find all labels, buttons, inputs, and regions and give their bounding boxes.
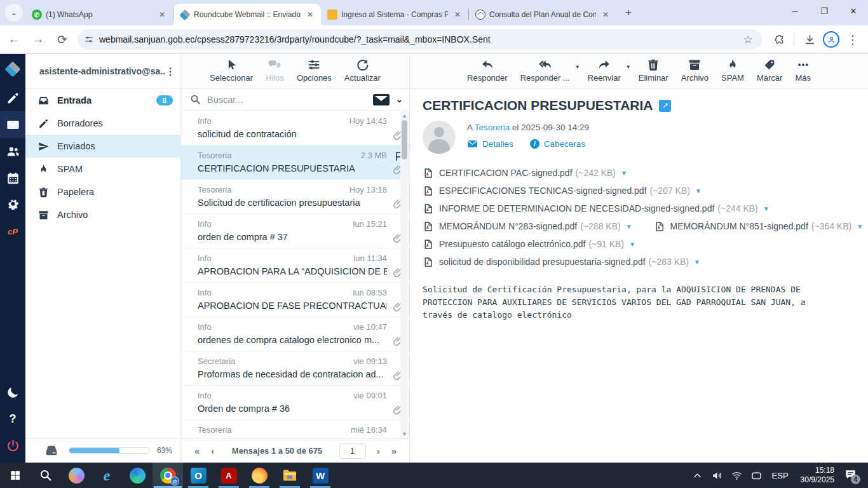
downloads-icon[interactable] — [799, 29, 820, 50]
scrollbar-thumb[interactable] — [402, 120, 407, 159]
archive-button[interactable]: Archivo — [675, 54, 715, 83]
language-indicator[interactable]: ESP — [766, 471, 794, 480]
calendar-icon[interactable] — [0, 165, 25, 191]
clock[interactable]: 15:18 30/9/2025 — [794, 466, 841, 485]
attachment-caret-icon[interactable]: ▼ — [695, 187, 702, 194]
search-input[interactable] — [207, 95, 373, 105]
scroll-down-icon[interactable]: ▼ — [402, 431, 407, 437]
message-row[interactable]: TesoreriaHoy 13:18 Solicitud de certific… — [181, 180, 410, 214]
taskbar-search-icon[interactable] — [31, 463, 61, 488]
extensions-icon[interactable] — [770, 29, 790, 50]
back-icon[interactable]: ← — [4, 29, 24, 50]
cpanel-icon[interactable]: cP — [0, 218, 25, 245]
recipient-link[interactable]: Tesoreria — [475, 123, 510, 132]
attachment-caret-icon[interactable]: ▼ — [626, 223, 632, 230]
help-icon[interactable]: ? — [0, 405, 25, 432]
profile-icon[interactable] — [821, 29, 841, 50]
message-row[interactable]: Secretariavie 09:13 Proformas de necesid… — [181, 351, 410, 386]
outlook-icon[interactable]: O — [183, 463, 214, 488]
attachment-item[interactable]: Presupuesto catálogo electrónico.pdf (~9… — [423, 235, 635, 253]
minimize-button[interactable]: ─ — [780, 0, 810, 22]
scroll-up-icon[interactable]: ▲ — [402, 112, 407, 119]
reply-all-caret-icon[interactable]: ▼ — [575, 64, 580, 70]
sidebar-item-archivo[interactable]: Archivo — [25, 203, 180, 226]
search-scope-mail-icon[interactable] — [373, 94, 390, 105]
forward-button[interactable]: Reenviar ▼ — [581, 54, 632, 83]
tab-plan-anual[interactable]: ◠ Consulta del Plan Anual de Con ✕ — [469, 4, 616, 25]
forward-caret-icon[interactable]: ▼ — [626, 64, 631, 70]
attachment-item[interactable]: solicitud de disponibilidad presupuestar… — [423, 253, 700, 271]
mail-icon[interactable] — [0, 111, 25, 138]
first-page-icon[interactable]: « — [189, 445, 205, 456]
attachment-caret-icon[interactable]: ▼ — [621, 170, 627, 177]
sidebar-item-enviados[interactable]: Enviados — [25, 135, 180, 158]
spam-button[interactable]: SPAM — [715, 54, 750, 83]
compose-icon[interactable] — [0, 85, 25, 111]
list-scrollbar[interactable]: ▲ ▼ — [400, 111, 409, 438]
reload-icon[interactable]: ⟳ — [52, 29, 72, 50]
firefox-icon[interactable] — [244, 463, 275, 488]
volume-icon[interactable] — [707, 470, 727, 481]
chrome-icon[interactable]: @ — [153, 463, 183, 488]
tab-close-icon[interactable]: ✕ — [452, 9, 463, 20]
internet-explorer-icon[interactable]: e — [92, 463, 122, 488]
more-button[interactable]: Más — [789, 54, 817, 83]
settings-gear-icon[interactable] — [0, 191, 25, 218]
url-text[interactable]: webmail.sanjuan.gob.ec/cpsess2879723216/… — [99, 34, 741, 44]
notification-center-icon[interactable]: 4 — [841, 468, 864, 483]
contacts-icon[interactable] — [0, 138, 25, 165]
message-row[interactable]: Tesoreriamié 16:34 — [181, 420, 410, 438]
message-row[interactable]: Infovie 09:01 Orden de compra # 36 — [181, 386, 410, 420]
attachment-item[interactable]: MEMORÁNDUM N°851-signed.pdf (~364 KB) ▼ — [654, 217, 864, 235]
attachment-caret-icon[interactable]: ▼ — [629, 241, 635, 248]
word-icon[interactable]: W — [305, 463, 336, 488]
message-row[interactable]: InfoHoy 14:43 solicitud de contratación — [181, 111, 410, 146]
next-page-icon[interactable]: › — [371, 445, 386, 456]
dark-mode-moon-icon[interactable] — [0, 379, 25, 405]
logout-power-icon[interactable] — [0, 432, 25, 459]
search-options-chevron-icon[interactable]: ⌄ — [396, 95, 403, 104]
message-row[interactable]: Infovie 10:47 ordenes de compra catalogo… — [181, 317, 410, 351]
copilot-icon[interactable] — [61, 463, 92, 488]
reply-button[interactable]: Responder — [461, 54, 514, 83]
details-link[interactable]: Detalles — [467, 139, 513, 149]
bookmark-star-icon[interactable]: ☆ — [741, 33, 756, 46]
new-tab-button[interactable]: + — [620, 4, 637, 21]
cast-icon[interactable] — [747, 470, 766, 481]
page-number-input[interactable] — [339, 444, 366, 459]
tab-close-icon[interactable]: ✕ — [304, 9, 316, 20]
account-menu-icon[interactable]: ⋮ — [165, 65, 175, 78]
attachment-caret-icon[interactable]: ▼ — [763, 205, 770, 212]
prev-page-icon[interactable]: ‹ — [205, 445, 220, 456]
maximize-button[interactable]: ❐ — [810, 0, 839, 22]
browser-menu-icon[interactable]: ⋮ — [843, 29, 863, 50]
delete-button[interactable]: Eliminar — [632, 54, 675, 83]
file-explorer-icon[interactable] — [275, 463, 305, 488]
edge-icon[interactable] — [122, 463, 153, 488]
attachment-caret-icon[interactable]: ▼ — [694, 259, 700, 266]
reply-all-button[interactable]: Responder ... ▼ — [514, 54, 581, 83]
sidebar-item-borradores[interactable]: Borradores — [25, 112, 180, 135]
attachment-item[interactable]: INFORME DE DETERMINACION DE NECESIDAD-si… — [423, 200, 770, 217]
tab-roundcube[interactable]: Roundcube Webmail :: Enviados ✕ — [173, 4, 321, 25]
forward-icon[interactable]: → — [28, 29, 48, 50]
tab-whatsapp[interactable]: ✆ (1) WhatsApp ✕ — [25, 4, 173, 25]
tab-search-chevron-icon[interactable]: ⌄ — [5, 4, 23, 22]
open-in-new-window-icon[interactable]: ↗ — [659, 100, 671, 112]
sidebar-item-entrada[interactable]: Entrada 8 — [25, 89, 180, 112]
start-button[interactable] — [0, 463, 31, 488]
headers-link[interactable]: i Cabeceras — [530, 139, 585, 149]
mark-button[interactable]: Marcar — [750, 54, 789, 83]
message-row[interactable]: Infolun 15:21 orden de compra # 37 — [181, 214, 410, 248]
sidebar-item-spam[interactable]: SPAM — [25, 158, 180, 180]
message-row[interactable]: Infolun 08:53 APROBACION DE FASE PRECONT… — [181, 283, 410, 317]
close-window-button[interactable]: ✕ — [839, 0, 868, 22]
message-row[interactable]: Infolun 11:34 APROBACION PARA LA “ADQUIS… — [181, 248, 410, 283]
hidden-icons-chevron-icon[interactable] — [688, 470, 707, 481]
options-button[interactable]: Opciones — [290, 54, 338, 83]
tab-compras-publicas[interactable]: Ingreso al Sistema - Compras P ✕ — [321, 4, 468, 25]
select-button[interactable]: Seleccionar — [203, 54, 259, 83]
attachment-item[interactable]: CERTIFICACION PAC-signed.pdf (~242 KB) ▼ — [423, 164, 627, 182]
wifi-icon[interactable] — [727, 470, 747, 481]
refresh-button[interactable]: Actualizar — [338, 54, 387, 83]
